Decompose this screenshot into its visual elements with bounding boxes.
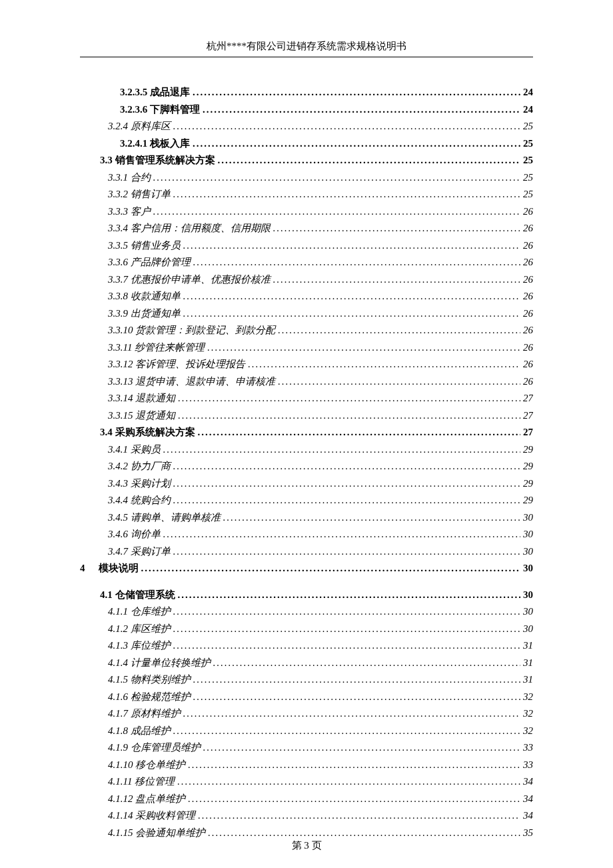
toc-leader-dots xyxy=(173,492,520,509)
toc-entry-label: 3.4.6 询价单 xyxy=(108,526,163,543)
toc-leader-dots xyxy=(218,152,521,169)
toc-leader-dots xyxy=(177,773,520,791)
toc-entry-page: 34 xyxy=(520,807,533,825)
toc-entry-label: 3.3.13 退货申请、退款申请、申请核准 xyxy=(108,373,278,391)
toc-entry[interactable]: 4.1.4 计量单位转换维护 31 xyxy=(80,655,533,672)
toc-entry-page: 26 xyxy=(520,288,533,305)
toc-entry[interactable]: 3.3.7 优惠报价申请单、优惠报价核准 26 xyxy=(80,271,533,289)
toc-entry[interactable]: 4.1.14 采购收料管理 34 xyxy=(80,807,533,825)
toc-entry-page: 32 xyxy=(520,723,533,740)
toc-entry[interactable]: 3.3.6 产品牌价管理 26 xyxy=(80,254,533,271)
toc-leader-dots xyxy=(178,407,520,425)
toc-entry-page: 26 xyxy=(520,237,533,255)
toc-entry[interactable]: 4.1.6 检验规范维护 32 xyxy=(80,689,533,706)
toc-entry[interactable]: 3.3.4 客户信用：信用额度、信用期限 26 xyxy=(80,220,533,237)
toc-entry-label: 4.1.4 计量单位转换维护 xyxy=(108,655,213,672)
toc-entry[interactable]: 3.4.5 请购单、请购单核准 30 xyxy=(80,509,533,527)
toc-entry[interactable]: 3.2.4.1 栈板入库 25 xyxy=(80,135,533,153)
toc-entry[interactable]: 3.3.1 合约 25 xyxy=(80,169,533,187)
toc-entry[interactable]: 3.4.4 统购合约 29 xyxy=(80,492,533,509)
toc-entry[interactable]: 3.3.8 收款通知单 26 xyxy=(80,288,533,305)
toc-leader-dots xyxy=(203,739,520,757)
toc-entry[interactable]: 3.2.3.6 下脚料管理 24 xyxy=(80,101,533,119)
toc-leader-dots xyxy=(193,671,520,689)
toc-entry-page: 34 xyxy=(520,773,533,791)
toc-entry[interactable]: 4.1.7 原材料维护 32 xyxy=(80,705,533,723)
toc-entry[interactable]: 3.3.5 销售业务员 26 xyxy=(80,237,533,255)
toc-entry[interactable]: 4.1.10 移仓单维护 33 xyxy=(80,757,533,774)
toc-chapter-number: 4 xyxy=(80,560,99,577)
toc-leader-dots xyxy=(273,220,520,237)
toc-leader-dots xyxy=(173,723,520,740)
toc-leader-dots xyxy=(183,305,520,323)
toc-entry[interactable]: 3.3.13 退货申请、退款申请、申请核准 26 xyxy=(80,373,533,391)
toc-entry[interactable]: 4.1.5 物料类别维护 31 xyxy=(80,671,533,689)
toc-entry[interactable]: 3.4.7 采购订单 30 xyxy=(80,543,533,561)
toc-leader-dots xyxy=(203,101,520,119)
toc-entry[interactable]: 3.4 采购系统解决方案 27 xyxy=(80,424,533,441)
toc-entry[interactable]: 4.1.1 仓库维护 30 xyxy=(80,603,533,621)
toc-entry-page: 27 xyxy=(520,407,533,425)
toc-entry[interactable]: 3.3.2 销售订单 25 xyxy=(80,186,533,203)
toc-entry[interactable]: 3.3.3 客户 26 xyxy=(80,203,533,221)
toc-entry[interactable]: 4.1.2 库区维护 30 xyxy=(80,621,533,638)
page-footer: 第 3 页 xyxy=(0,839,613,852)
toc-leader-dots xyxy=(188,757,520,774)
toc-entry[interactable]: 3.4.2 协力厂商 29 xyxy=(80,458,533,475)
toc-leader-dots xyxy=(193,84,520,101)
toc-entry-label: 4.1.12 盘点单维护 xyxy=(108,791,188,808)
toc-entry[interactable]: 3.4.3 采购计划 29 xyxy=(80,475,533,493)
toc-entry-label: 3.4.2 协力厂商 xyxy=(108,458,173,475)
header-title: 杭州****有限公司进销存系统需求规格说明书 xyxy=(207,41,406,51)
toc-leader-dots xyxy=(278,373,520,391)
toc-entry-page: 25 xyxy=(520,135,533,153)
toc-entry[interactable]: 4.1.8 成品维护 32 xyxy=(80,723,533,740)
document-page: 杭州****有限公司进销存系统需求规格说明书 3.2.3.5 成品退库 243.… xyxy=(0,0,613,868)
toc-entry-label: 4.1.11 移位管理 xyxy=(108,773,177,791)
toc-entry[interactable]: 3.3.12 客诉管理、投诉处理报告 26 xyxy=(80,356,533,373)
toc-entry-label: 3.4.5 请购单、请购单核准 xyxy=(108,509,223,527)
toc-entry-label: 4.1.1 仓库维护 xyxy=(108,603,173,621)
toc-entry-label: 3.3.15 退货通知 xyxy=(108,407,178,425)
toc-entry-page: 25 xyxy=(520,152,533,169)
toc-leader-dots xyxy=(193,689,520,706)
toc-leader-dots xyxy=(183,288,520,305)
toc-entry[interactable]: 3.3.14 退款通知 27 xyxy=(80,390,533,407)
page-number: 第 3 页 xyxy=(292,840,322,851)
toc-entry-label: 3.3 销售管理系统解决方案 xyxy=(100,152,218,169)
toc-entry-page: 25 xyxy=(520,186,533,203)
toc-leader-dots xyxy=(188,791,520,808)
toc-entry[interactable]: 3.4.1 采购员 29 xyxy=(80,441,533,459)
toc-leader-dots xyxy=(193,135,520,153)
toc-leader-dots xyxy=(173,475,520,493)
toc-leader-dots xyxy=(173,621,520,638)
toc-entry-page: 30 xyxy=(520,621,533,638)
toc-entry[interactable]: 4.1.9 仓库管理员维护 33 xyxy=(80,739,533,757)
toc-entry-page: 26 xyxy=(520,203,533,221)
toc-entry-page: 30 xyxy=(520,560,533,577)
toc-entry[interactable]: 4.1 仓储管理系统 30 xyxy=(80,587,533,604)
toc-spacer xyxy=(80,577,533,587)
toc-entry-page: 26 xyxy=(520,254,533,271)
toc-entry[interactable]: 3.3.10 货款管理：到款登记、到款分配 26 xyxy=(80,322,533,339)
toc-entry[interactable]: 3.3.15 退货通知 27 xyxy=(80,407,533,425)
toc-entry-page: 26 xyxy=(520,339,533,357)
toc-entry-page: 25 xyxy=(520,118,533,135)
toc-leader-dots xyxy=(153,203,520,221)
toc-entry[interactable]: 3.3 销售管理系统解决方案 25 xyxy=(80,152,533,169)
toc-entry[interactable]: 4.1.12 盘点单维护 34 xyxy=(80,791,533,808)
toc-entry-label: 3.3.8 收款通知单 xyxy=(108,288,183,305)
toc-entry-label: 4.1.14 采购收料管理 xyxy=(108,807,198,825)
toc-entry[interactable]: 4.1.3 库位维护 31 xyxy=(80,637,533,655)
toc-leader-dots xyxy=(248,356,520,373)
toc-entry[interactable]: 4模块说明 30 xyxy=(80,560,533,577)
toc-entry[interactable]: 3.2.4 原料库区 25 xyxy=(80,118,533,135)
toc-entry[interactable]: 4.1.11 移位管理 34 xyxy=(80,773,533,791)
toc-leader-dots xyxy=(213,655,520,672)
toc-entry[interactable]: 3.3.9 出货通知单 26 xyxy=(80,305,533,323)
toc-entry[interactable]: 3.2.3.5 成品退库 24 xyxy=(80,84,533,101)
toc-leader-dots xyxy=(153,169,520,187)
toc-entry[interactable]: 3.4.6 询价单 30 xyxy=(80,526,533,543)
toc-entry-label: 4.1 仓储管理系统 xyxy=(100,587,178,604)
toc-entry[interactable]: 3.3.11 纱管往来帐管理 26 xyxy=(80,339,533,357)
